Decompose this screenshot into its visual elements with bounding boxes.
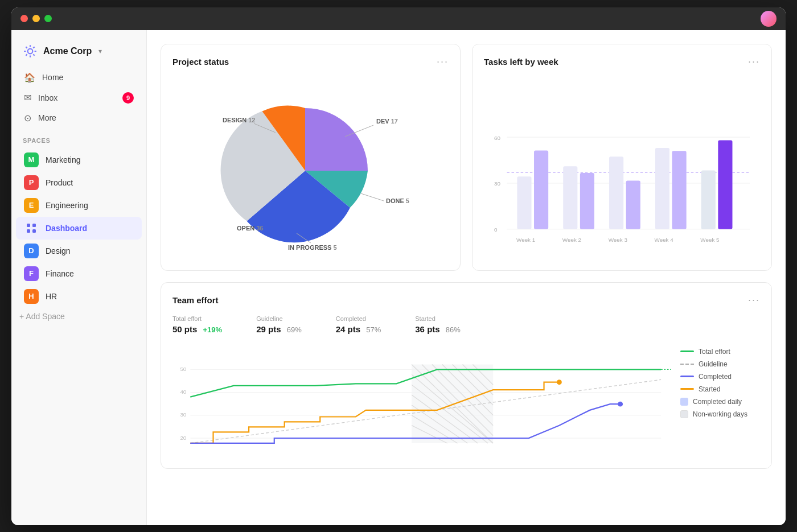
team-effort-card: Team effort ··· Total effort 50 pts +19%…	[161, 282, 772, 469]
bar	[626, 180, 640, 229]
stat-total: Total effort 50 pts +19%	[172, 315, 222, 334]
product-icon: P	[24, 175, 39, 190]
brand[interactable]: Acme Corp ▾	[11, 39, 146, 68]
legend-completed-daily: Completed daily	[680, 398, 760, 406]
pie-chart-container: DEV 17 DONE 5 IN PROGRESS 5 OPEN 36	[172, 77, 449, 259]
legend-started-line	[680, 388, 694, 390]
legend-label: Guideline	[699, 360, 728, 368]
svg-text:40: 40	[180, 389, 186, 395]
traffic-lights	[20, 15, 52, 22]
sidebar-item-dashboard[interactable]: Dashboard	[16, 217, 142, 240]
design-label: DESIGN 12	[223, 117, 255, 123]
sidebar-item-finance[interactable]: F Finance	[16, 262, 142, 285]
done-label: DONE 5	[386, 197, 409, 204]
team-effort-header: Team effort ···	[172, 294, 760, 306]
tasks-menu[interactable]: ···	[748, 56, 760, 68]
svg-text:60: 60	[494, 134, 500, 141]
stat-total-label: Total effort	[172, 315, 222, 322]
space-label: Dashboard	[46, 224, 87, 233]
sidebar-item-engineering[interactable]: E Engineering	[16, 194, 142, 217]
space-label: Product	[46, 178, 73, 187]
dev-label: DEV 17	[376, 118, 398, 125]
design-icon: D	[24, 244, 39, 258]
stat-completed-label: Completed	[336, 315, 381, 322]
marketing-icon: M	[24, 152, 39, 167]
sidebar-item-product[interactable]: P Product	[16, 171, 142, 194]
legend-guideline-line	[680, 364, 694, 365]
sidebar-item-marketing[interactable]: M Marketing	[16, 149, 142, 171]
space-label: Marketing	[46, 155, 80, 164]
svg-rect-9	[27, 224, 30, 227]
app-body: Acme Corp ▾ 🏠 Home ✉ Inbox 9 ⊙ More	[11, 30, 786, 525]
svg-point-0	[28, 48, 33, 53]
space-label: HR	[46, 292, 57, 301]
svg-rect-10	[32, 224, 36, 227]
svg-text:Week 2: Week 2	[562, 237, 581, 243]
spaces-label: Spaces	[11, 128, 146, 149]
sidebar-item-hr[interactable]: H HR	[16, 285, 142, 308]
project-status-header: Project status ···	[172, 56, 449, 68]
legend-total-effort-line	[680, 350, 694, 352]
svg-text:20: 20	[180, 434, 186, 440]
stat-started: Started 36 pts 86%	[415, 315, 461, 334]
titlebar	[11, 7, 786, 30]
sidebar-item-home[interactable]: 🏠 Home	[16, 68, 142, 88]
pie-chart: DEV 17 DONE 5 IN PROGRESS 5 OPEN 36	[191, 83, 430, 253]
legend-non-working-box	[680, 410, 688, 418]
open-label: OPEN 36	[237, 225, 263, 232]
svg-rect-11	[27, 229, 30, 233]
brand-chevron: ▾	[98, 47, 102, 55]
more-icon: ⊙	[24, 113, 31, 123]
svg-rect-12	[32, 229, 36, 233]
stat-started-pct: 86%	[446, 325, 461, 334]
project-status-menu[interactable]: ···	[437, 56, 449, 68]
stat-guideline-pct: 69%	[287, 325, 302, 334]
legend-non-working: Non-working days	[680, 410, 760, 418]
bar	[517, 176, 531, 229]
svg-line-7	[26, 54, 27, 55]
legend-total-effort: Total effort	[680, 348, 760, 356]
bar	[580, 172, 594, 229]
svg-text:Week 1: Week 1	[516, 237, 535, 243]
team-effort-menu[interactable]: ···	[748, 294, 760, 306]
minimize-button[interactable]	[32, 15, 40, 22]
tasks-header: Tasks left by week ···	[484, 56, 760, 68]
stat-guideline: Guideline 29 pts 69%	[256, 315, 302, 334]
legend-completed: Completed	[680, 373, 760, 381]
hr-icon: H	[24, 289, 39, 304]
engineering-icon: E	[24, 198, 39, 213]
close-button[interactable]	[20, 15, 28, 22]
bar	[534, 150, 548, 229]
add-space-button[interactable]: + Add Space	[11, 308, 146, 325]
dashboard-icon	[24, 221, 39, 236]
legend-label: Started	[699, 385, 721, 393]
bar	[609, 156, 623, 229]
svg-point-51	[557, 380, 562, 385]
svg-text:50: 50	[180, 366, 186, 372]
sidebar-item-design[interactable]: D Design	[16, 240, 142, 262]
sidebar-item-inbox[interactable]: ✉ Inbox 9	[16, 88, 142, 108]
svg-text:Week 4: Week 4	[655, 237, 674, 243]
space-label: Finance	[46, 269, 74, 278]
stat-total-value: 50 pts +19%	[172, 324, 222, 334]
spaces-nav: M Marketing P Product E Engineering	[11, 149, 146, 308]
brand-name: Acme Corp	[43, 46, 92, 56]
bar-chart: 0 30 60	[484, 77, 760, 259]
bar	[655, 147, 669, 229]
effort-chart-area: 20 30 40 50	[172, 343, 760, 457]
stat-total-pct: +19%	[203, 325, 223, 334]
bar	[563, 166, 577, 229]
svg-line-8	[33, 47, 34, 48]
app-window: Acme Corp ▾ 🏠 Home ✉ Inbox 9 ⊙ More	[11, 7, 786, 525]
legend-started: Started	[680, 385, 760, 393]
team-effort-title: Team effort	[172, 295, 219, 305]
inbox-icon: ✉	[24, 92, 31, 103]
bar	[718, 140, 732, 229]
bar-chart-container: 0 30 60	[484, 77, 760, 259]
sidebar-item-label: More	[38, 113, 56, 122]
tasks-by-week-card: Tasks left by week ··· 0 30 60	[472, 44, 772, 271]
sidebar-item-more[interactable]: ⊙ More	[16, 108, 142, 128]
avatar[interactable]	[761, 11, 777, 27]
svg-text:30: 30	[494, 180, 500, 187]
maximize-button[interactable]	[44, 15, 52, 22]
